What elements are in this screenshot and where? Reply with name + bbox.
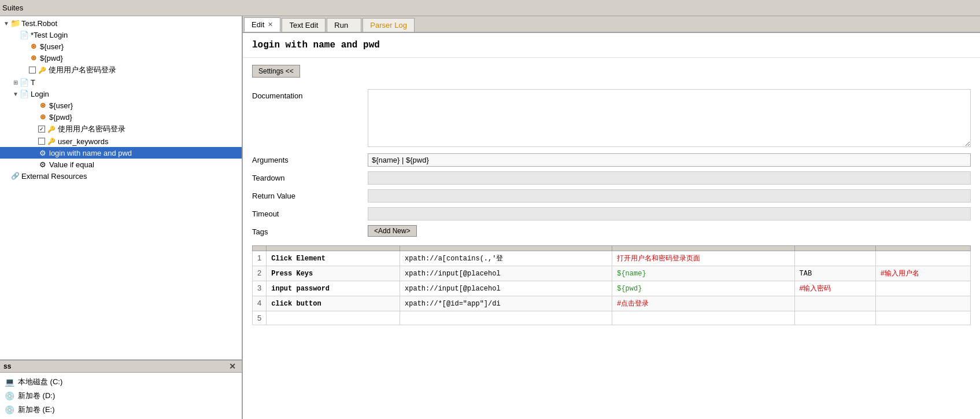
- expand-icon: [30, 101, 38, 109]
- variable-icon: ⊛: [38, 112, 47, 122]
- tree-item-login-folder[interactable]: ▼ 📄 Login: [0, 88, 242, 100]
- expand-icon: [21, 66, 29, 74]
- col-num: [253, 246, 267, 251]
- step-arg3[interactable]: [794, 251, 875, 266]
- settings-section: Settings << Documentation Arguments: [243, 58, 980, 332]
- tab-parser-log[interactable]: Parser Log: [363, 18, 415, 32]
- step-arg2[interactable]: ${name}: [612, 266, 794, 281]
- step-keyword[interactable]: Press Keys: [267, 266, 400, 281]
- timeout-label: Timeout: [252, 205, 368, 223]
- step-arg1[interactable]: xpath://input[@placehol: [400, 281, 612, 296]
- step-num: 3: [253, 281, 267, 296]
- gear-icon: ⚙: [38, 148, 47, 157]
- tree-item-test-robot[interactable]: ▼ 📁 Test.Robot: [0, 17, 242, 29]
- right-panel: Edit ✕ Text Edit Run Parser Log login wi…: [243, 16, 980, 419]
- bottom-section-content: 💻 本地磁盘 (C:) 💿 新加卷 (D:) 💿 新加卷 (E:): [0, 373, 242, 419]
- step-arg2[interactable]: 打开用户名和密码登录页面: [612, 251, 794, 266]
- step-arg1[interactable]: xpath://*[@id="app"]/di: [400, 296, 612, 311]
- step-arg1[interactable]: xpath://input[@placehol: [400, 266, 612, 281]
- tab-close-icon[interactable]: ✕: [268, 21, 273, 28]
- tags-label: Tags: [252, 223, 368, 241]
- documentation-label: Documentation: [252, 87, 368, 151]
- step-arg4[interactable]: [876, 251, 971, 266]
- return-value-input[interactable]: [368, 189, 971, 203]
- step-arg3[interactable]: #输入密码: [794, 281, 875, 296]
- keyword-icon: 🔑: [47, 124, 56, 134]
- step-keyword[interactable]: input password: [267, 281, 400, 296]
- arguments-input[interactable]: [368, 153, 971, 167]
- bottom-section-header: ss ✕: [0, 361, 242, 373]
- teardown-input[interactable]: [368, 171, 971, 185]
- bottom-section: ss ✕ 💻 本地磁盘 (C:) 💿 新加卷 (D:) 💿 新加卷 (E:): [0, 359, 242, 419]
- tab-edit-label: Edit: [252, 20, 264, 29]
- step-arg2[interactable]: #点击登录: [612, 296, 794, 311]
- keyword-icon: 🔑: [47, 137, 56, 146]
- tree-label: Login: [31, 90, 49, 98]
- step-arg3[interactable]: [794, 311, 875, 325]
- tree-label: Value if equal: [49, 160, 94, 169]
- tree-item-pwd-var1[interactable]: ⊛ ${pwd}: [0, 52, 242, 64]
- step-arg1[interactable]: xpath://a[contains(.,'登: [400, 251, 612, 266]
- step-arg2[interactable]: ${pwd}: [612, 281, 794, 296]
- step-arg4[interactable]: [876, 281, 971, 296]
- checkbox-checked[interactable]: [38, 126, 45, 133]
- tree-item-t-folder[interactable]: ⊞ 📄 T: [0, 76, 242, 88]
- drive-icon: 💿: [5, 391, 14, 400]
- timeout-input[interactable]: [368, 207, 971, 220]
- tab-edit[interactable]: Edit ✕: [244, 17, 280, 32]
- top-bar: Suites: [0, 0, 980, 16]
- close-button[interactable]: ✕: [227, 362, 238, 371]
- documentation-textarea[interactable]: [368, 89, 971, 147]
- table-row: 4 click button xpath://*[@id="app"]/di #…: [253, 296, 971, 311]
- form-grid: Documentation Arguments Teardown: [252, 87, 971, 241]
- step-arg2[interactable]: [612, 311, 794, 325]
- tree-item-login-with-name[interactable]: ⚙ login with name and pwd: [0, 147, 242, 159]
- drive-d[interactable]: 💿 新加卷 (D:): [2, 389, 239, 403]
- drive-e[interactable]: 💿 新加卷 (E:): [2, 403, 239, 417]
- step-keyword[interactable]: Click Element: [267, 251, 400, 266]
- tree-item-user-var1[interactable]: ⊛ ${user}: [0, 41, 242, 52]
- folder-icon: 📄: [20, 30, 29, 39]
- drive-label: 本地磁盘 (C:): [18, 377, 62, 387]
- tree-item-user-keywords[interactable]: 🔑 user_keywords: [0, 135, 242, 147]
- tree-label: External Resources: [21, 172, 87, 181]
- step-keyword[interactable]: [267, 311, 400, 325]
- folder-icon: 📁: [10, 19, 20, 28]
- settings-button[interactable]: Settings <<: [252, 65, 300, 78]
- step-keyword[interactable]: click button: [267, 296, 400, 311]
- tree-item-test-login[interactable]: 📄 *Test Login: [0, 29, 242, 41]
- step-num: 4: [253, 296, 267, 311]
- tree-item-login-keyword2[interactable]: 🔑 使用用户名密码登录: [0, 123, 242, 135]
- table-row: 5: [253, 311, 971, 325]
- tab-run-label: Run: [334, 21, 348, 30]
- add-new-button[interactable]: <Add New>: [368, 225, 417, 237]
- variable-icon: ⊛: [38, 101, 47, 110]
- step-arg4[interactable]: #输入用户名: [876, 266, 971, 281]
- checkbox-unchecked[interactable]: [29, 67, 36, 73]
- checkbox-unchecked[interactable]: [38, 138, 45, 145]
- drive-c[interactable]: 💻 本地磁盘 (C:): [2, 375, 239, 389]
- step-arg3[interactable]: TAB: [794, 266, 875, 281]
- folder-icon: 📄: [20, 78, 29, 87]
- tabs-bar: Edit ✕ Text Edit Run Parser Log: [243, 16, 980, 33]
- expand-icon: [30, 149, 38, 157]
- drive-icon: 💿: [5, 405, 14, 414]
- tree-item-user-var2[interactable]: ⊛ ${user}: [0, 100, 242, 111]
- arguments-label: Arguments: [252, 151, 368, 169]
- tree-item-value-if-equal[interactable]: ⚙ Value if equal: [0, 159, 242, 170]
- col-arg1: [400, 246, 612, 251]
- tab-text-edit[interactable]: Text Edit: [282, 18, 326, 32]
- step-arg4[interactable]: [876, 311, 971, 325]
- tree-item-external-resources[interactable]: 🔗 External Resources: [0, 170, 242, 182]
- tab-run[interactable]: Run: [327, 18, 361, 32]
- step-arg1[interactable]: [400, 311, 612, 325]
- tree-item-login-keyword1[interactable]: 🔑 使用用户名密码登录: [0, 64, 242, 76]
- table-row: 2 Press Keys xpath://input[@placehol ${n…: [253, 266, 971, 281]
- tree-item-pwd-var2[interactable]: ⊛ ${pwd}: [0, 111, 242, 123]
- step-arg4[interactable]: [876, 296, 971, 311]
- arguments-value: [368, 151, 971, 169]
- tree-label: 使用用户名密码登录: [58, 124, 125, 134]
- tags-value: <Add New>: [368, 223, 971, 241]
- tree-label: user_keywords: [58, 137, 108, 146]
- step-arg3[interactable]: [794, 296, 875, 311]
